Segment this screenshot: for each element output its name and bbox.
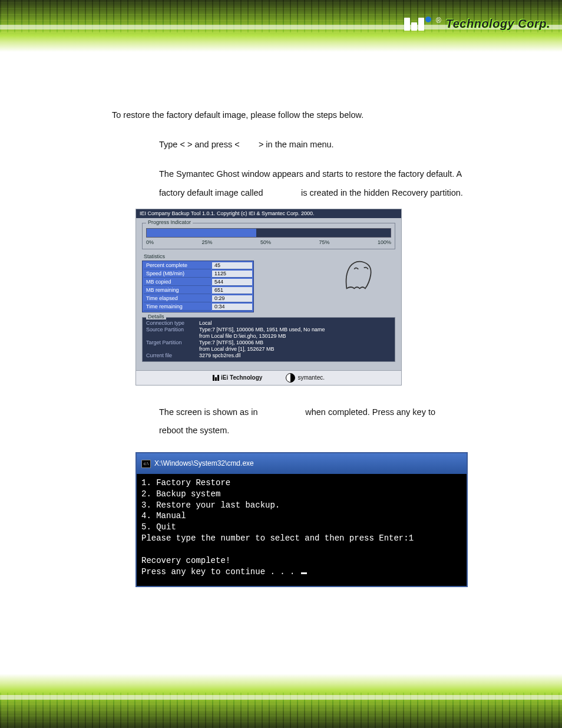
step1-part-a: Type < <box>159 140 185 149</box>
table-row: Connection typeLocal <box>146 320 391 327</box>
step1-part-b: > and press < <box>187 140 240 149</box>
ghost-footer-symantec-logo: symantec. <box>286 373 325 383</box>
ghost-progress-group: Progress Indicator 0% 25% 50% 75% 100% <box>142 223 395 249</box>
cmd-icon: c:\ <box>141 460 151 468</box>
table-row: Percent complete45 <box>144 262 252 269</box>
page-header-band: ® Technology Corp. <box>0 0 562 65</box>
ghost-titlebar: IEI Company Backup Tool 1.0.1. Copyright… <box>136 209 401 218</box>
cmd-lines: 1. Factory Restore 2. Backup system 3. R… <box>141 478 414 577</box>
table-row: from Local drive [1], 152627 MB <box>146 346 391 353</box>
intro-text: To restore the factory default image, pl… <box>112 106 509 125</box>
ghost-details-group: Details Connection typeLocal Source Part… <box>142 317 395 362</box>
table-row: Target PartitionType:7 [NTFS], 100006 MB <box>146 340 391 346</box>
step2-line2b: is created in the hidden Recovery partit… <box>301 188 463 197</box>
ghost-progress-bar <box>146 228 391 238</box>
page-footer-band <box>0 660 562 728</box>
table-row: Time remaining0:34 <box>144 304 252 311</box>
cmd-screenshot: c:\ X:\Windows\System32\cmd.exe 1. Facto… <box>135 452 468 587</box>
ghost-mascot-icon <box>336 254 378 295</box>
brand-text: Technology Corp. <box>446 17 550 31</box>
ghost-footer-iei-logo: iEi Technology <box>213 375 262 381</box>
step1-part-c: > in the main menu. <box>259 140 334 149</box>
tick-50: 50% <box>260 240 271 245</box>
table-row: Current file3279 spcb2res.dll <box>146 353 391 359</box>
ghost-footer: iEi Technology symantec. <box>136 370 401 385</box>
table-row: MB copied544 <box>144 279 252 286</box>
yin-yang-icon <box>286 373 295 383</box>
tick-100: 100% <box>378 240 391 245</box>
tick-75: 75% <box>319 240 329 245</box>
table-row: Source PartitionType:7 [NTFS], 100006 MB… <box>146 327 391 333</box>
ghost-stats-table: Percent complete45 Speed (MB/min)1125 MB… <box>142 261 254 312</box>
step3-part-b: when completed. Press any key to <box>305 407 435 417</box>
step3-part-c: reboot the system. <box>159 421 509 440</box>
table-row: Speed (MB/min)1125 <box>144 271 252 278</box>
ghost-progress-label: Progress Indicator <box>146 220 193 225</box>
ghost-progress-ticks: 0% 25% 50% 75% 100% <box>146 240 391 245</box>
step-2: The Symantec Ghost window appears and st… <box>159 165 509 203</box>
tick-0: 0% <box>146 240 154 245</box>
ghost-stats-group: Statistics Percent complete45 Speed (MB/… <box>142 254 254 312</box>
step-3: The screen is shown as in when completed… <box>159 403 509 441</box>
tick-25: 25% <box>201 240 212 245</box>
document-body: To restore the factory default image, pl… <box>0 65 562 587</box>
step2-line1: The Symantec Ghost window appears and st… <box>159 165 509 184</box>
step3-part-a: The screen is shown as in <box>159 407 258 417</box>
footer-texture <box>0 693 562 728</box>
cmd-output: 1. Factory Restore 2. Backup system 3. R… <box>137 474 467 586</box>
table-row: from Local file D:\iei.gho, 130129 MB <box>146 333 391 340</box>
table-row: Time elapsed0:29 <box>144 295 252 302</box>
ghost-footer-iei-text: iEi Technology <box>221 375 262 381</box>
registered-mark: ® <box>436 17 441 25</box>
cmd-titlebar: c:\ X:\Windows\System32\cmd.exe <box>137 453 467 473</box>
ghost-details-label: Details <box>146 314 166 319</box>
ghost-footer-symantec-text: symantec. <box>297 375 325 381</box>
brand-logo: ® Technology Corp. <box>404 17 550 31</box>
step2-line2a: factory default image called <box>159 188 263 197</box>
step-1: Type < > and press < > in the main menu. <box>159 136 509 154</box>
iei-logo-icon <box>404 17 431 31</box>
cmd-title-text: X:\Windows\System32\cmd.exe <box>154 456 254 471</box>
cmd-cursor <box>301 572 307 574</box>
table-row: MB remaining651 <box>144 287 252 294</box>
ghost-stats-label: Statistics <box>142 254 254 259</box>
ghost-screenshot: IEI Company Backup Tool 1.0.1. Copyright… <box>135 209 402 386</box>
